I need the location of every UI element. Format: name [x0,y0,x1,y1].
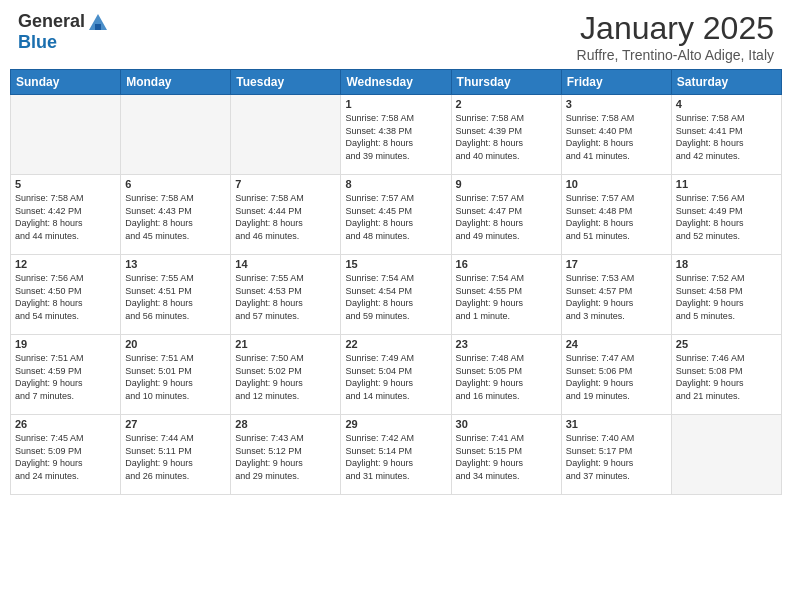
calendar-cell: 26Sunrise: 7:45 AM Sunset: 5:09 PM Dayli… [11,415,121,495]
day-number: 23 [456,338,557,350]
day-number: 26 [15,418,116,430]
day-number: 15 [345,258,446,270]
day-number: 27 [125,418,226,430]
day-number: 3 [566,98,667,110]
svg-marker-1 [95,24,101,30]
day-info: Sunrise: 7:48 AM Sunset: 5:05 PM Dayligh… [456,352,557,402]
day-info: Sunrise: 7:55 AM Sunset: 4:51 PM Dayligh… [125,272,226,322]
day-number: 21 [235,338,336,350]
day-number: 24 [566,338,667,350]
day-info: Sunrise: 7:42 AM Sunset: 5:14 PM Dayligh… [345,432,446,482]
day-number: 2 [456,98,557,110]
day-number: 28 [235,418,336,430]
calendar-cell: 23Sunrise: 7:48 AM Sunset: 5:05 PM Dayli… [451,335,561,415]
day-info: Sunrise: 7:51 AM Sunset: 5:01 PM Dayligh… [125,352,226,402]
day-number: 4 [676,98,777,110]
calendar-cell: 18Sunrise: 7:52 AM Sunset: 4:58 PM Dayli… [671,255,781,335]
day-number: 22 [345,338,446,350]
weekday-header-thursday: Thursday [451,70,561,95]
calendar-cell: 17Sunrise: 7:53 AM Sunset: 4:57 PM Dayli… [561,255,671,335]
calendar-cell: 22Sunrise: 7:49 AM Sunset: 5:04 PM Dayli… [341,335,451,415]
logo-icon [87,10,109,32]
calendar-cell [231,95,341,175]
calendar-cell: 15Sunrise: 7:54 AM Sunset: 4:54 PM Dayli… [341,255,451,335]
day-number: 8 [345,178,446,190]
calendar-cell: 6Sunrise: 7:58 AM Sunset: 4:43 PM Daylig… [121,175,231,255]
calendar-cell: 29Sunrise: 7:42 AM Sunset: 5:14 PM Dayli… [341,415,451,495]
day-info: Sunrise: 7:40 AM Sunset: 5:17 PM Dayligh… [566,432,667,482]
calendar-cell [121,95,231,175]
calendar-week-2: 12Sunrise: 7:56 AM Sunset: 4:50 PM Dayli… [11,255,782,335]
day-number: 7 [235,178,336,190]
day-info: Sunrise: 7:51 AM Sunset: 4:59 PM Dayligh… [15,352,116,402]
day-info: Sunrise: 7:52 AM Sunset: 4:58 PM Dayligh… [676,272,777,322]
calendar-week-3: 19Sunrise: 7:51 AM Sunset: 4:59 PM Dayli… [11,335,782,415]
calendar-cell: 31Sunrise: 7:40 AM Sunset: 5:17 PM Dayli… [561,415,671,495]
day-number: 20 [125,338,226,350]
calendar: SundayMondayTuesdayWednesdayThursdayFrid… [0,69,792,612]
day-number: 5 [15,178,116,190]
day-number: 1 [345,98,446,110]
day-info: Sunrise: 7:58 AM Sunset: 4:41 PM Dayligh… [676,112,777,162]
day-info: Sunrise: 7:54 AM Sunset: 4:54 PM Dayligh… [345,272,446,322]
weekday-header-row: SundayMondayTuesdayWednesdayThursdayFrid… [11,70,782,95]
day-info: Sunrise: 7:49 AM Sunset: 5:04 PM Dayligh… [345,352,446,402]
day-number: 18 [676,258,777,270]
day-info: Sunrise: 7:58 AM Sunset: 4:40 PM Dayligh… [566,112,667,162]
day-number: 13 [125,258,226,270]
day-info: Sunrise: 7:58 AM Sunset: 4:44 PM Dayligh… [235,192,336,242]
day-number: 10 [566,178,667,190]
day-number: 17 [566,258,667,270]
day-info: Sunrise: 7:54 AM Sunset: 4:55 PM Dayligh… [456,272,557,322]
calendar-cell: 30Sunrise: 7:41 AM Sunset: 5:15 PM Dayli… [451,415,561,495]
header-right: January 2025 Ruffre, Trentino-Alto Adige… [577,10,774,63]
day-info: Sunrise: 7:57 AM Sunset: 4:45 PM Dayligh… [345,192,446,242]
day-info: Sunrise: 7:55 AM Sunset: 4:53 PM Dayligh… [235,272,336,322]
day-info: Sunrise: 7:58 AM Sunset: 4:39 PM Dayligh… [456,112,557,162]
day-info: Sunrise: 7:58 AM Sunset: 4:43 PM Dayligh… [125,192,226,242]
day-number: 6 [125,178,226,190]
day-info: Sunrise: 7:41 AM Sunset: 5:15 PM Dayligh… [456,432,557,482]
day-number: 9 [456,178,557,190]
calendar-table: SundayMondayTuesdayWednesdayThursdayFrid… [10,69,782,495]
weekday-header-sunday: Sunday [11,70,121,95]
calendar-cell: 25Sunrise: 7:46 AM Sunset: 5:08 PM Dayli… [671,335,781,415]
weekday-header-saturday: Saturday [671,70,781,95]
calendar-cell: 20Sunrise: 7:51 AM Sunset: 5:01 PM Dayli… [121,335,231,415]
day-info: Sunrise: 7:50 AM Sunset: 5:02 PM Dayligh… [235,352,336,402]
day-info: Sunrise: 7:46 AM Sunset: 5:08 PM Dayligh… [676,352,777,402]
calendar-cell: 3Sunrise: 7:58 AM Sunset: 4:40 PM Daylig… [561,95,671,175]
weekday-header-friday: Friday [561,70,671,95]
day-number: 11 [676,178,777,190]
logo: General Blue [18,10,109,53]
day-number: 25 [676,338,777,350]
calendar-cell: 10Sunrise: 7:57 AM Sunset: 4:48 PM Dayli… [561,175,671,255]
day-number: 30 [456,418,557,430]
calendar-cell [671,415,781,495]
day-info: Sunrise: 7:45 AM Sunset: 5:09 PM Dayligh… [15,432,116,482]
day-info: Sunrise: 7:43 AM Sunset: 5:12 PM Dayligh… [235,432,336,482]
day-info: Sunrise: 7:57 AM Sunset: 4:47 PM Dayligh… [456,192,557,242]
location: Ruffre, Trentino-Alto Adige, Italy [577,47,774,63]
calendar-cell: 4Sunrise: 7:58 AM Sunset: 4:41 PM Daylig… [671,95,781,175]
calendar-cell: 8Sunrise: 7:57 AM Sunset: 4:45 PM Daylig… [341,175,451,255]
day-info: Sunrise: 7:47 AM Sunset: 5:06 PM Dayligh… [566,352,667,402]
calendar-cell: 14Sunrise: 7:55 AM Sunset: 4:53 PM Dayli… [231,255,341,335]
day-info: Sunrise: 7:58 AM Sunset: 4:38 PM Dayligh… [345,112,446,162]
calendar-week-0: 1Sunrise: 7:58 AM Sunset: 4:38 PM Daylig… [11,95,782,175]
calendar-cell: 2Sunrise: 7:58 AM Sunset: 4:39 PM Daylig… [451,95,561,175]
day-number: 14 [235,258,336,270]
calendar-cell: 28Sunrise: 7:43 AM Sunset: 5:12 PM Dayli… [231,415,341,495]
page: General Blue January 2025 Ruffre, Trenti… [0,0,792,612]
day-number: 16 [456,258,557,270]
calendar-week-1: 5Sunrise: 7:58 AM Sunset: 4:42 PM Daylig… [11,175,782,255]
calendar-cell: 19Sunrise: 7:51 AM Sunset: 4:59 PM Dayli… [11,335,121,415]
calendar-cell [11,95,121,175]
weekday-header-tuesday: Tuesday [231,70,341,95]
day-number: 12 [15,258,116,270]
weekday-header-wednesday: Wednesday [341,70,451,95]
calendar-cell: 21Sunrise: 7:50 AM Sunset: 5:02 PM Dayli… [231,335,341,415]
calendar-cell: 27Sunrise: 7:44 AM Sunset: 5:11 PM Dayli… [121,415,231,495]
day-info: Sunrise: 7:56 AM Sunset: 4:50 PM Dayligh… [15,272,116,322]
day-number: 19 [15,338,116,350]
